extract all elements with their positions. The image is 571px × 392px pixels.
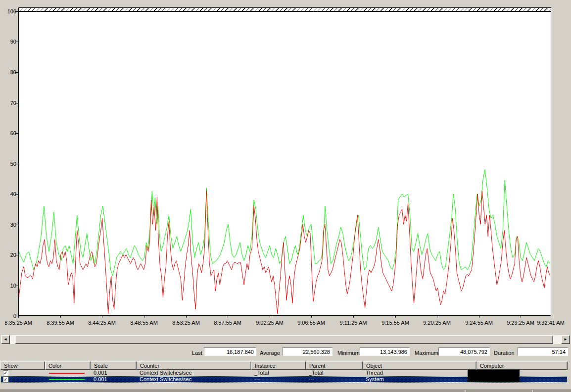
scroll-right-icon: ► (564, 338, 568, 342)
legend-column-header-show[interactable]: Show (0, 361, 45, 370)
x-axis-tick (479, 316, 479, 318)
scale-cell: 0.001 (91, 370, 137, 376)
y-axis-label: 90 (0, 39, 16, 45)
color-cell (45, 376, 91, 383)
object-cell: Thread (363, 370, 476, 376)
x-axis-label: 8:48:55 AM (122, 320, 166, 326)
legend-header-row: ShowColorScaleCounterInstanceParentObjec… (0, 361, 568, 370)
x-axis-tick (186, 316, 187, 318)
show-cell: ✓ (0, 370, 45, 376)
stat-value-average: 22,560.328 (282, 347, 333, 356)
time-range-scrollbar[interactable]: ◄ ► (1, 335, 570, 344)
counter-cell: Context Switches/sec (137, 376, 251, 383)
scroll-left-icon: ◄ (3, 338, 7, 342)
x-axis-label: 9:15:55 AM (373, 320, 418, 326)
x-axis-label: 8:35:25 AM (0, 320, 41, 326)
stat-value-last: 16,187.840 (204, 347, 256, 356)
statusbar-separator (532, 390, 533, 392)
legend-column-header-instance[interactable]: Instance (251, 361, 306, 370)
instance-cell: _Total (251, 370, 306, 376)
x-axis-label: 9:06:55 AM (289, 320, 333, 326)
x-axis-label: 9:02:25 AM (247, 320, 292, 326)
y-axis-label: 40 (0, 191, 16, 197)
x-axis-tick (551, 316, 551, 318)
y-axis-label: 70 (0, 100, 16, 106)
show-cell: ✓ (0, 376, 45, 383)
stat-value-minimum: 13,143.986 (360, 347, 410, 356)
chart-top-hatch-bar (18, 7, 551, 11)
scroll-right-button[interactable]: ► (561, 335, 570, 344)
color-swatch-line (49, 379, 85, 380)
y-axis-label: 80 (0, 69, 16, 75)
x-axis-tick (353, 316, 354, 318)
x-axis-tick (311, 316, 312, 318)
y-axis-label: 100 (0, 8, 16, 14)
scrollbar-thumb[interactable] (15, 335, 553, 344)
stat-value-duration: 57:14 (518, 347, 568, 356)
x-axis-label: 9:24:55 AM (457, 320, 501, 326)
x-axis-tick (228, 316, 228, 318)
color-swatch-line (49, 373, 85, 374)
legend-column-header-object[interactable]: Object (363, 361, 476, 370)
y-axis-label: 30 (0, 222, 16, 228)
x-axis-label: 8:44:25 AM (80, 320, 124, 326)
x-axis-tick (521, 316, 521, 318)
x-axis-tick (437, 316, 437, 318)
legend-column-header-counter[interactable]: Counter (137, 361, 251, 370)
x-axis-tick (18, 316, 19, 318)
chart-series-canvas (19, 12, 551, 315)
y-axis-label: 0 (0, 313, 16, 319)
x-axis-label: 9:32:41 AM (528, 320, 571, 326)
x-axis-tick (60, 316, 61, 318)
perfmon-window: 1009080706050403020100 8:35:25 AM8:39:55… (0, 0, 571, 392)
parent-cell: --- (306, 376, 363, 383)
y-axis-label: 20 (0, 252, 16, 258)
x-axis-tick (144, 316, 144, 318)
x-axis-tick (395, 316, 396, 318)
stat-label-duration: Duration (494, 349, 515, 356)
x-axis-label: 8:39:55 AM (38, 320, 83, 326)
chart-plot-area (18, 11, 551, 316)
color-cell (45, 370, 91, 376)
y-axis-label: 10 (0, 283, 16, 289)
show-checkbox[interactable]: ✓ (3, 370, 8, 376)
x-axis-label: 9:20:25 AM (415, 320, 459, 326)
statusbar-top-edge (0, 390, 571, 392)
x-axis-label: 8:57:55 AM (205, 320, 250, 326)
stat-label-average: Average (260, 349, 280, 356)
x-axis-tick (270, 316, 270, 318)
stat-value-maximum: 48,075.792 (438, 347, 490, 356)
counter-cell: Context Switches/sec (137, 370, 251, 376)
legend-column-header-computer[interactable]: Computer (476, 361, 568, 370)
stat-label-last: Last (192, 349, 202, 356)
instance-cell: --- (251, 376, 306, 383)
stat-label-maximum: Maximum (415, 349, 438, 356)
show-checkbox[interactable]: ✓ (3, 377, 8, 382)
redaction-box (468, 370, 520, 382)
x-axis-label: 9:11:25 AM (331, 320, 376, 326)
object-cell: System (363, 376, 476, 383)
scroll-left-button[interactable]: ◄ (1, 335, 10, 344)
legend-column-header-color[interactable]: Color (45, 361, 91, 370)
y-axis-label: 60 (0, 130, 16, 136)
x-axis-label: 8:53:25 AM (164, 320, 208, 326)
x-axis-tick (102, 316, 102, 318)
parent-cell: _Total (306, 370, 363, 376)
legend-column-header-parent[interactable]: Parent (306, 361, 363, 370)
legend-column-header-scale[interactable]: Scale (91, 361, 137, 370)
thread-context-switches-line (19, 191, 550, 314)
stat-label-minimum: Minimum (337, 349, 360, 356)
scale-cell: 0.001 (91, 376, 137, 383)
statusbar-separator (465, 390, 466, 392)
y-axis-label: 50 (0, 161, 16, 167)
